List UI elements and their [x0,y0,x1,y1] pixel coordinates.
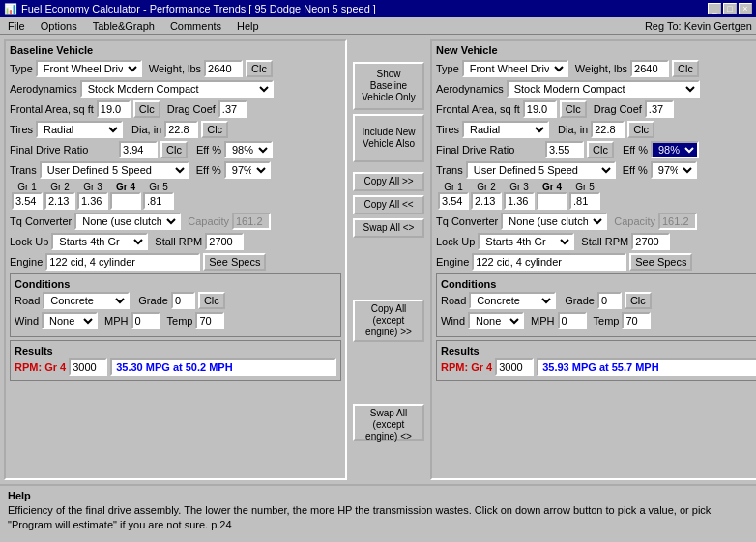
baseline-eff-select[interactable]: 98% [224,141,273,158]
baseline-stall-input[interactable] [205,233,244,250]
baseline-rpm-input[interactable] [69,358,107,376]
baseline-temp-input[interactable] [195,312,224,329]
middle-panel: Show Baseline Vehicle Only Include New V… [351,39,426,480]
include-new-btn[interactable]: Include New Vehicle Also [353,114,424,162]
new-see-specs-btn[interactable]: See Specs [629,253,692,271]
new-trans-eff-select[interactable]: 97% [651,161,697,179]
baseline-gear1-input[interactable] [12,192,43,210]
baseline-cap-label: Capacity [188,215,229,227]
baseline-fdr-clc[interactable]: Clc [160,141,188,158]
new-drag-input[interactable] [645,100,674,118]
new-engine-row: Engine See Specs [436,253,756,271]
new-gear2-input[interactable] [471,192,502,210]
new-cap-input[interactable] [658,213,697,230]
baseline-gear3-input[interactable] [77,192,108,210]
help-panel: Help Efficiency of the final drive assem… [0,484,756,542]
baseline-wind-select[interactable]: None [42,312,98,329]
swap-all-except-label: Swap All (except engine) <> [365,408,412,442]
swap-all-except-btn[interactable]: Swap All (except engine) <> [353,404,424,441]
new-gear1-label: Gr 1 [444,182,462,192]
new-engine-input[interactable] [472,253,626,271]
baseline-gear4-input[interactable] [110,192,141,210]
menu-table-graph[interactable]: Table&Graph [89,19,159,33]
baseline-tq-select[interactable]: None (use clutch) [74,213,181,230]
new-trans-select[interactable]: User Defined 5 Speed [466,161,616,179]
new-gear5-input[interactable] [569,192,600,210]
new-weight-input[interactable] [630,60,669,77]
new-tq-select[interactable]: None (use clutch) [501,213,607,230]
baseline-road-select[interactable]: Concrete [43,292,130,309]
new-grade-input[interactable] [597,292,622,309]
new-gear1-input[interactable] [438,192,469,210]
baseline-type-select[interactable]: Front Wheel Drive [36,60,142,77]
new-grade-clc[interactable]: Clc [625,292,652,309]
new-road-select[interactable]: Concrete [469,292,556,309]
baseline-weight-input[interactable] [204,60,243,77]
baseline-gear2-input[interactable] [44,192,75,210]
new-mph-input[interactable] [558,312,587,329]
menu-help[interactable]: Help [233,19,263,33]
new-grade-label: Grade [565,295,595,306]
baseline-grade-clc[interactable]: Clc [198,292,225,309]
window-title: Fuel Economy Calculator - Performance Tr… [21,3,376,14]
baseline-trans-select[interactable]: User Defined 5 Speed [40,161,189,179]
new-eff-select[interactable]: 98% [651,141,699,158]
menu-options[interactable]: Options [37,19,81,33]
baseline-frontal-clc[interactable]: Clc [133,100,160,118]
baseline-fdr-input[interactable] [119,141,158,158]
new-dia-clc[interactable]: Clc [627,121,654,138]
baseline-grade-input[interactable] [171,292,195,309]
new-weight-clc[interactable]: Clc [672,60,699,77]
baseline-engine-input[interactable] [45,253,200,271]
show-baseline-btn[interactable]: Show Baseline Vehicle Only [353,62,424,110]
copy-all-left-btn[interactable]: Copy All << [353,195,424,214]
new-frontal-clc[interactable]: Clc [560,100,587,118]
new-type-select[interactable]: Front Wheel Drive [462,60,568,77]
new-tires-select[interactable]: Radial [462,121,549,138]
menu-comments[interactable]: Comments [166,19,225,33]
new-gear4-input[interactable] [537,192,567,210]
baseline-mph-input[interactable] [131,312,160,329]
new-lockup-select[interactable]: Starts 4th Gr [478,233,574,250]
new-aero-select[interactable]: Stock Modern Compact [507,80,700,98]
baseline-gear5-input[interactable] [143,192,174,210]
new-fdr-clc[interactable]: Clc [587,141,614,158]
baseline-gear1-label: Gr 1 [17,182,36,192]
new-dia-input[interactable] [591,121,625,138]
new-stall-label: Stall RPM [581,236,628,247]
baseline-aero-select[interactable]: Stock Modern Compact [80,80,274,98]
new-temp-input[interactable] [622,312,651,329]
baseline-dia-clc[interactable]: Clc [201,121,228,138]
minimize-button[interactable]: _ [708,3,721,14]
close-button[interactable]: × [739,3,752,14]
help-text: Efficiency of the final drive assembly. … [8,503,748,533]
swap-all-btn[interactable]: Swap All <> [353,218,424,238]
maximize-button[interactable]: □ [723,3,737,14]
copy-all-except-right-btn[interactable]: Copy All (except engine) >> [353,300,424,342]
baseline-weight-clc[interactable]: Clc [246,60,273,77]
new-stall-input[interactable] [631,233,670,250]
baseline-frontal-input[interactable] [97,100,131,118]
new-gear-4: Gr 4 [537,182,567,210]
baseline-tires-select[interactable]: Radial [36,121,123,138]
baseline-trans-eff-select[interactable]: 97% [224,161,271,179]
new-conditions-title: Conditions [441,278,756,290]
new-vehicle-panel: New Vehicle Type Front Wheel Drive Weigh… [430,39,756,480]
baseline-see-specs-btn[interactable]: See Specs [203,253,266,271]
menu-bar: File Options Table&Graph Comments Help R… [0,17,756,35]
baseline-drag-input[interactable] [218,100,247,118]
baseline-gear-2: Gr 2 [44,182,75,210]
new-fdr-input[interactable] [545,141,584,158]
reg-to: Reg To: Kevin Gertgen [645,20,752,32]
new-wind-select[interactable]: None [468,312,524,329]
baseline-lockup-select[interactable]: Starts 4th Gr [51,233,148,250]
new-rpm-input[interactable] [495,358,534,376]
baseline-lockup-label: Lock Up [10,236,48,247]
baseline-cap-input[interactable] [232,213,271,230]
menu-file[interactable]: File [4,19,29,33]
copy-all-right-btn[interactable]: Copy All >> [353,172,424,191]
new-frontal-input[interactable] [523,100,557,118]
baseline-dia-input[interactable] [164,121,198,138]
new-gear3-input[interactable] [504,192,535,210]
new-conditions-box: Conditions Road Concrete Grade Clc Wind … [436,273,756,337]
